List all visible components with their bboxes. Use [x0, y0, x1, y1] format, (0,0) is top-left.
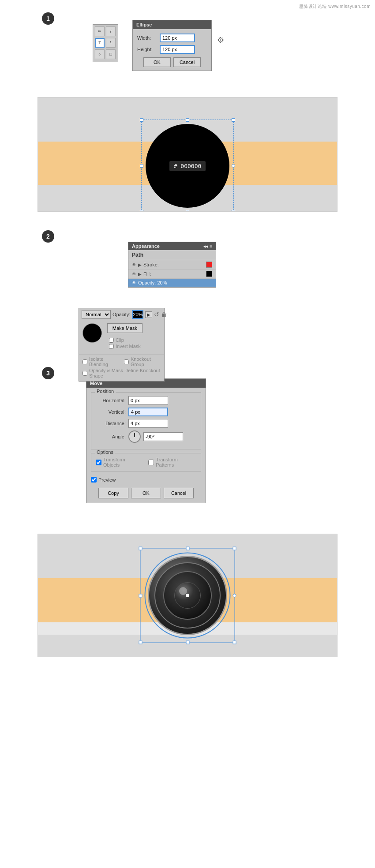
handle-bc[interactable] [186, 210, 189, 212]
lens-handle-bl[interactable] [139, 641, 142, 644]
move-dialog-body: Position Horizontal: Vertical: Distance:… [86, 388, 206, 503]
invert-mask-row: Invert Mask [109, 344, 141, 349]
vertical-input[interactable] [128, 408, 168, 416]
copy-btn[interactable]: Copy [98, 488, 128, 498]
section-step2: 2 Appearance ◂◂ ≡ Path 👁 ▶ Stroke: 👁 ▶ F… [0, 221, 375, 357]
dial-icon: ⚙ [217, 35, 224, 45]
black-circle: # 000000 [146, 124, 229, 208]
stroke-label: Stroke: [143, 262, 204, 267]
clip-label: Clip [116, 337, 124, 343]
tp-opacity-value[interactable]: 20% [132, 310, 143, 319]
ellipse-dialog-buttons: OK Cancel [137, 57, 207, 67]
invert-mask-label: Invert Mask [116, 344, 141, 349]
tool-pen[interactable]: ✏ [95, 26, 105, 36]
distance-row: Distance: [96, 419, 196, 428]
lens-ring1 [154, 562, 221, 629]
invert-mask-checkbox[interactable] [109, 344, 114, 349]
play-icon-fill[interactable]: ▶ [138, 272, 142, 277]
blend-mode-select[interactable]: Normal [82, 310, 111, 319]
horizontal-input[interactable] [128, 396, 168, 405]
color-label: # 000000 [169, 161, 206, 171]
tool-pencil[interactable]: / [106, 26, 116, 36]
tool-rect[interactable]: □ [106, 49, 116, 59]
opacity-row[interactable]: 👁 Opacity: 20% [128, 279, 216, 287]
tool-line[interactable]: \ [106, 38, 116, 48]
ok-btn[interactable]: OK [131, 488, 161, 498]
knockout-group-label: Knockout Group [131, 356, 161, 367]
lens-handle-tr[interactable] [233, 547, 236, 550]
fill-label: Fill: [143, 271, 204, 277]
stroke-row: 👁 ▶ Stroke: [128, 260, 216, 269]
panel-collapse[interactable]: ◂◂ [203, 244, 208, 249]
lens-handle-tc[interactable] [186, 547, 189, 550]
handle-tl[interactable] [140, 118, 143, 122]
height-input[interactable] [160, 45, 195, 54]
step-badge-1: 1 [42, 12, 54, 25]
handle-ml[interactable] [140, 164, 143, 168]
stroke-swatch[interactable] [206, 262, 212, 268]
angle-input[interactable] [143, 432, 183, 441]
eye-icon-fill[interactable]: 👁 [132, 272, 136, 277]
handle-tr[interactable] [232, 118, 235, 122]
tool-text[interactable]: T [95, 38, 105, 48]
tp-inner-checkboxes: Clip Invert Mask [105, 336, 144, 352]
isolate-blending-row: Isolate Blending Knockout Group [82, 356, 161, 367]
tool-ellipse[interactable]: ○ [95, 49, 105, 59]
lens-outer-ring [148, 556, 227, 635]
lens-dot [186, 594, 189, 597]
ellipse-cancel-btn[interactable]: Cancel [173, 57, 201, 67]
isolate-blending-checkbox[interactable] [82, 359, 87, 364]
horizontal-row: Horizontal: [96, 396, 196, 405]
knockout-group-checkbox[interactable] [124, 359, 129, 364]
lens-handle-ml[interactable] [139, 594, 142, 597]
path-label: Path [128, 250, 216, 260]
transform-patterns-checkbox[interactable] [148, 460, 154, 465]
appearance-panel-titlebar: Appearance ◂◂ ≡ [128, 242, 216, 250]
handle-bl[interactable] [140, 210, 143, 212]
transform-objects-checkbox[interactable] [96, 460, 101, 465]
preview-checkbox[interactable] [91, 477, 97, 483]
tp-opacity-label: Opacity: [112, 312, 130, 317]
options-group-label: Options [95, 449, 115, 455]
tp-delete-icon[interactable]: 🗑 [161, 311, 167, 318]
height-label: Height: [137, 47, 157, 52]
distance-input[interactable] [128, 419, 168, 428]
play-icon-stroke[interactable]: ▶ [138, 262, 142, 267]
eye-icon-opacity[interactable]: 👁 [132, 281, 136, 285]
eye-icon-stroke[interactable]: 👁 [132, 262, 136, 267]
handle-br[interactable] [232, 210, 235, 212]
lens-handle-bc[interactable] [186, 641, 189, 644]
position-group: Position Horizontal: Vertical: Distance:… [91, 392, 201, 449]
lens-center [174, 582, 201, 609]
ellipse-ok-btn[interactable]: OK [143, 57, 171, 67]
lens-handle-mr[interactable] [233, 594, 236, 597]
transform-patterns-label: Transform Patterns [156, 457, 196, 468]
angle-row: Angle: [96, 430, 196, 443]
section-step3: 3 Move Position Horizontal: Vertical: Di… [0, 357, 375, 534]
handle-tc[interactable] [186, 118, 189, 122]
lens-handle-tl[interactable] [139, 547, 142, 550]
tp-action-icons: ↺ 🗑 [154, 311, 167, 318]
tp-arrow[interactable]: ▶ [145, 311, 152, 318]
make-mask-btn[interactable]: Make Mask [107, 323, 142, 333]
fill-swatch[interactable] [206, 271, 212, 277]
canvas-area-1: # 000000 [38, 97, 338, 212]
ellipse-dialog: Ellipse Width: Height: OK Cancel [132, 20, 212, 71]
lens-handle-br[interactable] [233, 641, 236, 644]
cancel-btn[interactable]: Cancel [164, 488, 194, 498]
clip-checkbox[interactable] [109, 338, 114, 343]
opacity-mask-label: Opacity & Mask Define Knockout Shape [89, 368, 161, 378]
angle-dial[interactable] [128, 430, 141, 443]
ellipse-dialog-title: Ellipse [133, 20, 211, 29]
width-input[interactable] [160, 34, 195, 42]
clip-row: Clip [109, 337, 141, 343]
preview-label: Preview [98, 477, 116, 483]
transform-objects-row: Transform Objects Transform Patterns [96, 457, 196, 468]
tp-cycle-icon[interactable]: ↺ [154, 311, 159, 318]
transform-objects-label: Transform Objects [103, 457, 142, 468]
handle-mr[interactable] [232, 164, 235, 168]
panel-menu[interactable]: ≡ [210, 244, 212, 249]
tp-controls-row: Normal Opacity: 20% ▶ ↺ 🗑 [79, 308, 164, 321]
tools-panel: ✏ / T \ ○ □ [93, 24, 118, 62]
opacity-mask-checkbox[interactable] [82, 371, 87, 376]
